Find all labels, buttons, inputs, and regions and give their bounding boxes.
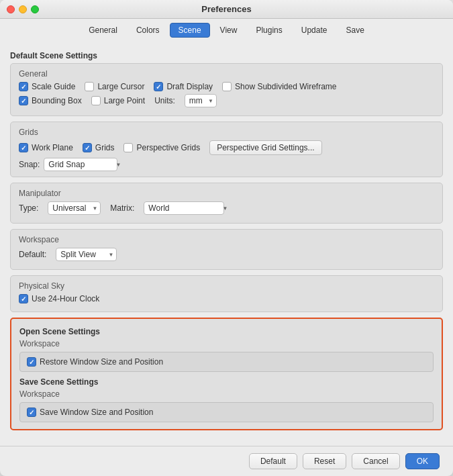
default-button[interactable]: Default	[249, 453, 297, 469]
snap-select[interactable]: Grid Snap None	[44, 158, 117, 171]
scale-guide-checkbox-label[interactable]: Scale Guide	[19, 82, 75, 91]
close-button[interactable]	[7, 5, 15, 13]
show-subdivided-wireframe-label: Show Subdivided Wireframe	[235, 82, 336, 91]
minimize-button[interactable]	[19, 5, 27, 13]
window-controls	[7, 5, 39, 13]
default-workspace-select-wrap[interactable]: Split View Single View	[56, 248, 117, 261]
draft-display-checkbox-label[interactable]: Draft Display	[154, 82, 213, 91]
draft-display-checkbox[interactable]	[154, 82, 163, 91]
tab-view[interactable]: View	[211, 23, 246, 38]
tabs-bar: General Colors Scene View Plugins Update…	[0, 19, 453, 42]
physical-sky-section: Physical Sky Use 24-Hour Clock	[10, 275, 443, 312]
general-row-1: Scale Guide Large Cursor Draft Display S…	[19, 82, 434, 91]
manipulator-section: Manipulator Type: Universal Move Rotate …	[10, 183, 443, 224]
preferences-window: Preferences General Colors Scene View Pl…	[0, 0, 453, 476]
save-workspace-title: Workspace	[19, 389, 434, 399]
tab-plugins[interactable]: Plugins	[247, 23, 291, 38]
bounding-box-label: Bounding Box	[32, 96, 82, 105]
show-subdivided-wireframe-checkbox-label[interactable]: Show Subdivided Wireframe	[222, 82, 336, 91]
workspace-subsection-title: Workspace	[19, 235, 434, 244]
type-label: Type:	[19, 203, 38, 213]
footer: Default Reset Cancel OK	[0, 446, 453, 476]
show-subdivided-wireframe-checkbox[interactable]	[222, 82, 232, 91]
window-title: Preferences	[201, 4, 251, 14]
large-point-checkbox[interactable]	[91, 96, 101, 105]
manipulator-subsection-title: Manipulator	[19, 189, 434, 198]
open-scene-settings-outer: Open Scene Settings Workspace Restore Wi…	[10, 318, 443, 430]
units-label: Units:	[154, 96, 175, 105]
bounding-box-checkbox[interactable]	[19, 96, 28, 105]
maximize-button[interactable]	[31, 5, 39, 13]
physical-sky-row: Use 24-Hour Clock	[19, 294, 434, 303]
grids-subsection-title: Grids	[19, 128, 434, 137]
units-select[interactable]: mm cm m in	[185, 94, 217, 107]
use-24-hour-clock-checkbox-label[interactable]: Use 24-Hour Clock	[19, 294, 99, 303]
matrix-select[interactable]: World Local Camera	[144, 201, 224, 215]
cancel-button[interactable]: Cancel	[352, 453, 399, 469]
tab-save[interactable]: Save	[337, 23, 372, 38]
scale-guide-label: Scale Guide	[32, 82, 75, 91]
perspective-grids-label: Perspective Grids	[136, 143, 200, 152]
type-select[interactable]: Universal Move Rotate Scale	[48, 201, 101, 215]
reset-button[interactable]: Reset	[303, 453, 346, 469]
default-label: Default:	[19, 250, 46, 259]
tab-general[interactable]: General	[80, 23, 126, 38]
bounding-box-checkbox-label[interactable]: Bounding Box	[19, 96, 82, 105]
default-workspace-select[interactable]: Split View Single View	[56, 248, 117, 261]
restore-window-checkbox-label[interactable]: Restore Window Size and Position	[27, 357, 426, 367]
physical-sky-subsection-title: Physical Sky	[19, 281, 434, 291]
general-row-2: Bounding Box Large Point Units: mm cm m …	[19, 94, 434, 107]
grids-row-1: Work Plane Grids Perspective Grids Persp…	[19, 140, 434, 155]
save-window-label: Save Window Size and Position	[40, 408, 153, 417]
perspective-grids-checkbox[interactable]	[123, 143, 133, 152]
perspective-grid-settings-button[interactable]: Perspective Grid Settings...	[209, 140, 321, 155]
open-workspace-title: Workspace	[19, 339, 434, 348]
snap-select-wrap[interactable]: Grid Snap None	[44, 158, 124, 171]
large-cursor-label: Large Cursor	[97, 82, 144, 91]
tab-colors[interactable]: Colors	[128, 23, 168, 38]
tab-scene[interactable]: Scene	[170, 23, 210, 38]
restore-window-checkbox[interactable]	[27, 357, 36, 367]
snap-label: Snap:	[19, 160, 40, 169]
open-workspace-inner: Restore Window Size and Position	[19, 352, 434, 372]
work-plane-checkbox-label[interactable]: Work Plane	[19, 143, 73, 152]
type-select-wrap[interactable]: Universal Move Rotate Scale	[48, 201, 101, 215]
titlebar: Preferences	[0, 0, 453, 19]
matrix-label: Matrix:	[110, 203, 134, 213]
scale-guide-checkbox[interactable]	[19, 82, 28, 91]
grids-checkbox[interactable]	[83, 143, 92, 152]
matrix-select-wrap[interactable]: World Local Camera	[144, 201, 231, 215]
open-scene-settings-title: Open Scene Settings	[19, 327, 434, 336]
manipulator-row: Type: Universal Move Rotate Scale Matrix…	[19, 201, 434, 215]
grids-checkbox-label[interactable]: Grids	[83, 143, 115, 152]
units-select-wrap[interactable]: mm cm m in	[185, 94, 217, 107]
large-point-checkbox-label[interactable]: Large Point	[91, 96, 145, 105]
save-scene-settings-title: Save Scene Settings	[19, 377, 434, 387]
use-24-hour-clock-label: Use 24-Hour Clock	[32, 294, 99, 303]
content-area: Default Scene Settings General Scale Gui…	[0, 42, 453, 446]
save-window-checkbox-label[interactable]: Save Window Size and Position	[27, 408, 426, 417]
snap-row: Snap: Grid Snap None	[19, 158, 434, 171]
default-scene-settings-title: Default Scene Settings	[10, 51, 443, 60]
large-point-label: Large Point	[104, 96, 145, 105]
general-section: General Scale Guide Large Cursor Draft D…	[10, 63, 443, 116]
restore-window-label: Restore Window Size and Position	[40, 357, 163, 367]
work-plane-label: Work Plane	[32, 143, 73, 152]
large-cursor-checkbox[interactable]	[85, 82, 94, 91]
perspective-grids-checkbox-label[interactable]: Perspective Grids	[123, 143, 200, 152]
ok-button[interactable]: OK	[405, 453, 440, 469]
draft-display-label: Draft Display	[166, 82, 213, 91]
use-24-hour-clock-checkbox[interactable]	[19, 294, 28, 303]
save-window-checkbox[interactable]	[27, 408, 36, 417]
workspace-row: Default: Split View Single View	[19, 248, 434, 261]
workspace-section: Workspace Default: Split View Single Vie…	[10, 229, 443, 270]
grids-label: Grids	[95, 143, 115, 152]
save-workspace-inner: Save Window Size and Position	[19, 402, 434, 422]
general-subsection-title: General	[19, 69, 434, 79]
work-plane-checkbox[interactable]	[19, 143, 28, 152]
tab-update[interactable]: Update	[293, 23, 336, 38]
large-cursor-checkbox-label[interactable]: Large Cursor	[85, 82, 144, 91]
grids-section: Grids Work Plane Grids Perspective Grids…	[10, 122, 443, 177]
